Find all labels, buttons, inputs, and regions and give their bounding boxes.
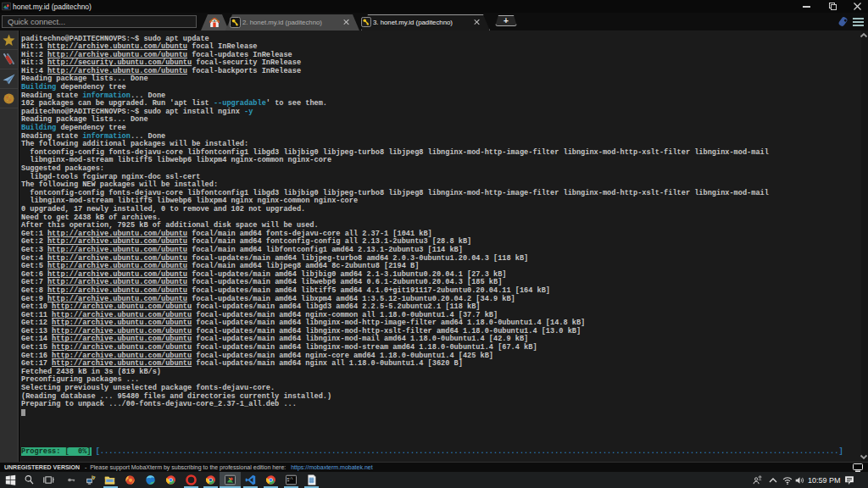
svg-text:C:\: C:\ [287, 477, 293, 480]
